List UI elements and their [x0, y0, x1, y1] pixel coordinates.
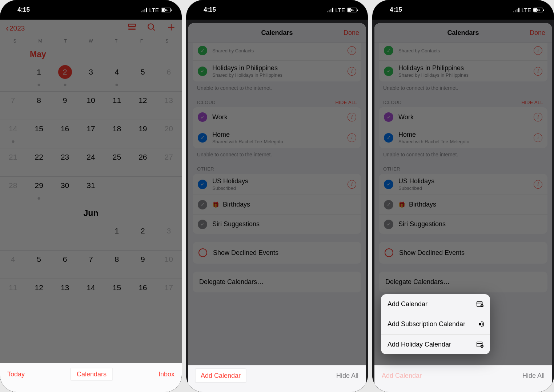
day-cell[interactable] — [26, 222, 52, 250]
month-grid-may[interactable]: 1234567891011121314151617181920212223242… — [0, 63, 182, 205]
info-icon[interactable]: i — [348, 113, 356, 121]
calendar-row[interactable]: ✓ HomeShared with Rachel Tee-Melegrito i — [379, 127, 547, 148]
add-event-icon[interactable] — [166, 23, 176, 34]
day-cell[interactable]: 27 — [156, 148, 182, 176]
add-calendar-button[interactable]: Add Calendar — [382, 372, 422, 380]
day-cell[interactable]: 6 — [52, 250, 78, 279]
day-cell[interactable]: 1 — [26, 63, 52, 91]
day-cell[interactable]: 10 — [78, 91, 104, 120]
menu-add-calendar[interactable]: Add Calendar — [381, 294, 490, 314]
day-cell[interactable]: 2 — [130, 222, 156, 250]
day-cell[interactable]: 12 — [26, 279, 52, 307]
checkmark-icon[interactable]: ✓ — [384, 133, 393, 143]
calendar-row[interactable]: ✓ Siri Suggestions — [193, 214, 361, 234]
show-declined-toggle[interactable]: Show Declined Events — [379, 242, 547, 264]
day-cell[interactable]: 7 — [78, 250, 104, 279]
calendar-row[interactable]: ✓ 🎁 Birthdays — [193, 195, 361, 214]
day-cell[interactable]: 5 — [130, 63, 156, 91]
day-cell[interactable]: 9 — [130, 250, 156, 279]
day-cell[interactable]: 14 — [78, 279, 104, 307]
calendar-row[interactable]: ✓ Shared by Contacts i — [379, 43, 547, 60]
day-cell[interactable]: 13 — [156, 91, 182, 120]
day-cell[interactable]: 20 — [156, 120, 182, 148]
day-cell[interactable]: 14 — [0, 120, 26, 148]
day-cell[interactable]: 18 — [104, 120, 130, 148]
checkmark-icon[interactable]: ✓ — [198, 112, 207, 122]
day-cell[interactable]: 8 — [26, 91, 52, 120]
checkmark-icon[interactable]: ✓ — [198, 200, 207, 209]
info-icon[interactable]: i — [534, 180, 542, 189]
calendar-row[interactable]: ✓ Work i — [193, 107, 361, 127]
day-cell[interactable] — [52, 222, 78, 250]
day-cell[interactable]: 24 — [78, 148, 104, 176]
day-cell[interactable]: 7 — [0, 91, 26, 120]
day-cell[interactable]: 16 — [52, 120, 78, 148]
checkmark-icon[interactable]: ✓ — [198, 46, 207, 55]
day-cell[interactable]: 9 — [52, 91, 78, 120]
calendar-row[interactable]: ✓ Holidays in PhilippinesShared by Holid… — [193, 60, 361, 81]
day-cell[interactable]: 6 — [156, 63, 182, 91]
calendar-row[interactable]: ✓ US HolidaysSubscribed i — [193, 174, 361, 195]
checkmark-icon[interactable]: ✓ — [384, 67, 393, 76]
calendar-row[interactable]: ✓ HomeShared with Rachel Tee-Melegrito i — [193, 127, 361, 148]
delegate-calendars[interactable]: Delegate Calendars… — [379, 272, 547, 292]
checkmark-icon[interactable]: ✓ — [198, 67, 207, 76]
menu-add-subscription[interactable]: Add Subscription Calendar ●)) — [381, 314, 490, 334]
hide-all-button[interactable]: Hide All — [522, 372, 545, 380]
info-icon[interactable]: i — [348, 180, 356, 189]
day-cell[interactable]: 15 — [26, 120, 52, 148]
checkmark-icon[interactable]: ✓ — [384, 112, 393, 122]
day-cell[interactable]: 22 — [26, 148, 52, 176]
day-cell[interactable]: 19 — [130, 120, 156, 148]
today-button[interactable]: Today — [7, 371, 25, 378]
day-cell[interactable] — [130, 176, 156, 205]
day-cell[interactable]: 1 — [104, 222, 130, 250]
day-cell[interactable]: 13 — [52, 279, 78, 307]
day-cell[interactable]: 4 — [0, 250, 26, 279]
day-cell[interactable]: 15 — [104, 279, 130, 307]
checkmark-icon[interactable]: ✓ — [384, 180, 393, 189]
day-cell[interactable]: 2 — [52, 63, 78, 91]
calendar-row[interactable]: ✓ Holidays in PhilippinesShared by Holid… — [379, 60, 547, 81]
checkmark-icon[interactable]: ✓ — [198, 133, 207, 143]
day-cell[interactable]: 28 — [0, 176, 26, 205]
day-cell[interactable]: 26 — [130, 148, 156, 176]
search-icon[interactable] — [147, 23, 156, 34]
menu-add-holiday[interactable]: Add Holiday Calendar — [381, 334, 490, 355]
day-cell[interactable] — [156, 176, 182, 205]
day-cell[interactable]: 16 — [130, 279, 156, 307]
info-icon[interactable]: i — [348, 133, 356, 142]
day-cell[interactable]: 4 — [104, 63, 130, 91]
done-button[interactable]: Done — [344, 29, 359, 37]
hide-all-icloud[interactable]: HIDE ALL — [522, 100, 543, 105]
hide-all-button[interactable]: Hide All — [336, 372, 358, 380]
day-cell[interactable]: 11 — [104, 91, 130, 120]
back-year-button[interactable]: ‹ 2023 — [6, 24, 25, 33]
day-cell[interactable]: 17 — [156, 279, 182, 307]
inbox-button[interactable]: Inbox — [158, 371, 174, 378]
day-cell[interactable] — [0, 63, 26, 91]
info-icon[interactable]: i — [534, 133, 542, 142]
day-cell[interactable]: 25 — [104, 148, 130, 176]
calendars-button[interactable]: Calendars — [71, 368, 112, 380]
delegate-calendars[interactable]: Delegate Calendars… — [193, 272, 361, 292]
list-view-icon[interactable] — [127, 23, 137, 34]
hide-all-icloud[interactable]: HIDE ALL — [336, 100, 357, 105]
checkmark-icon[interactable]: ✓ — [384, 46, 393, 55]
add-calendar-button[interactable]: Add Calendar — [196, 372, 246, 380]
calendar-row[interactable]: ✓ 🎁 Birthdays — [379, 195, 547, 214]
info-icon[interactable]: i — [534, 67, 542, 76]
day-cell[interactable] — [104, 176, 130, 205]
day-cell[interactable] — [0, 222, 26, 250]
day-cell[interactable]: 3 — [156, 222, 182, 250]
month-label-jun[interactable]: Jun — [0, 205, 182, 222]
day-cell[interactable]: 21 — [0, 148, 26, 176]
day-cell[interactable]: 3 — [78, 63, 104, 91]
info-icon[interactable]: i — [534, 46, 542, 55]
info-icon[interactable]: i — [348, 67, 356, 76]
day-cell[interactable]: 12 — [130, 91, 156, 120]
calendar-row[interactable]: ✓ US HolidaysSubscribed i — [379, 174, 547, 195]
day-cell[interactable] — [78, 222, 104, 250]
day-cell[interactable]: 23 — [52, 148, 78, 176]
calendar-row[interactable]: ✓ Siri Suggestions — [379, 214, 547, 234]
